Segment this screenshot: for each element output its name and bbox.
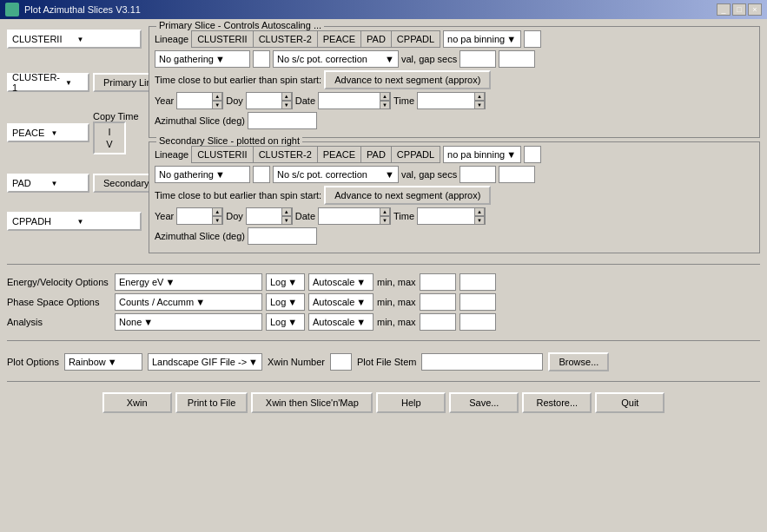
primary-year-down[interactable]: ▼ [212, 101, 222, 109]
copy-time-box[interactable]: IV [93, 122, 126, 154]
restore-button[interactable]: Restore... [522, 392, 592, 413]
secondary-doy-up[interactable]: ▲ [281, 207, 292, 216]
secondary-val-gap-2[interactable]: 60.0 [499, 166, 535, 183]
xwin-slice-button[interactable]: Xwin then Slice'n'Map [251, 392, 373, 413]
secondary-pa-binning[interactable]: no pa binning ▼ [443, 146, 521, 163]
minimize-button[interactable]: _ [717, 3, 731, 16]
xwin-button[interactable]: Xwin [102, 392, 172, 413]
primary-time-spinbox[interactable]: 18:00:00 ▲ ▼ [417, 92, 486, 109]
primary-year-val[interactable]: 2001 [177, 93, 212, 108]
secondary-azimuth-val[interactable]: 0 [248, 227, 317, 245]
cluster2-dropdown[interactable]: CLUSTER-1 ▼ [7, 73, 89, 92]
color-dropdown[interactable]: Rainbow ▼ [64, 353, 142, 371]
secondary-year-val[interactable]: 2001 [177, 208, 212, 224]
primary-tab-clusterii[interactable]: CLUSTERII [191, 30, 253, 48]
secondary-tab-peace[interactable]: PEACE [318, 146, 361, 163]
primary-doy-up[interactable]: ▲ [281, 92, 292, 101]
secondary-year-spinbox[interactable]: 2001 ▲ ▼ [176, 207, 223, 225]
secondary-time-spinbox[interactable]: 18:00:00 ▲ ▼ [417, 207, 486, 225]
primary-time-val[interactable]: 18:00:00 [418, 93, 474, 108]
energy-min[interactable]: 1 [420, 273, 456, 291]
phase-min[interactable]: 1 [420, 293, 456, 311]
analysis-type-dropdown[interactable]: None ▼ [115, 313, 262, 331]
primary-year-label: Year [155, 95, 174, 106]
primary-pa-binning[interactable]: no pa binning ▼ [443, 30, 521, 48]
secondary-gathering-val[interactable]: 1 [253, 166, 270, 183]
primary-time-up[interactable]: ▲ [474, 92, 485, 101]
primary-year-up[interactable]: ▲ [212, 92, 222, 101]
primary-year-spinbox[interactable]: 2001 ▲ ▼ [176, 92, 223, 109]
analysis-min[interactable]: 1 [420, 313, 456, 331]
secondary-time-up[interactable]: ▲ [474, 207, 485, 216]
secondary-lineage-tabs: CLUSTERII CLUSTER-2 PEACE PAD CPPADL [191, 146, 440, 163]
secondary-sc-correction[interactable]: No s/c pot. correction ▼ [273, 166, 399, 183]
cluster4-dropdown[interactable]: PAD ▼ [7, 174, 89, 193]
primary-doy-down[interactable]: ▼ [281, 101, 292, 109]
secondary-pa-val[interactable]: 3 [524, 146, 541, 163]
energy-autoscale-dropdown[interactable]: Autoscale ▼ [308, 273, 374, 291]
browse-button[interactable]: Browse... [548, 352, 609, 371]
primary-tab-peace[interactable]: PEACE [318, 30, 361, 48]
analysis-autoscale-dropdown[interactable]: Autoscale ▼ [308, 313, 374, 331]
secondary-year-down[interactable]: ▼ [212, 216, 222, 225]
phase-autoscale-dropdown[interactable]: Autoscale ▼ [308, 293, 374, 311]
phase-type-dropdown[interactable]: Counts / Accumm ▼ [115, 293, 262, 311]
maximize-button[interactable]: □ [732, 3, 746, 16]
close-button[interactable]: × [748, 3, 762, 16]
primary-pa-val[interactable]: 3 [524, 30, 541, 48]
primary-tab-cluster2[interactable]: CLUSTER-2 [254, 30, 318, 48]
stem-val[interactable]: plotaz_plot [421, 353, 543, 371]
help-button[interactable]: Help [376, 392, 446, 413]
primary-time-down[interactable]: ▼ [474, 101, 485, 109]
secondary-doy-val[interactable]: 90 [247, 208, 281, 224]
analysis-scale-dropdown[interactable]: Log ▼ [266, 313, 305, 331]
phase-scale-dropdown[interactable]: Log ▼ [266, 293, 305, 311]
primary-doy-spinbox[interactable]: 90 ▲ ▼ [246, 92, 293, 109]
phase-scale-arrow: ▼ [288, 297, 297, 307]
file-type-dropdown[interactable]: Landscape GIF File -> ▼ [148, 353, 262, 371]
secondary-year-up[interactable]: ▲ [212, 207, 222, 216]
secondary-date-up[interactable]: ▲ [380, 207, 390, 216]
primary-val-gap-1[interactable]: 0.0 [460, 50, 496, 68]
secondary-val-gap-1[interactable]: 0.0 [460, 166, 496, 183]
primary-tab-pad[interactable]: PAD [361, 30, 392, 48]
secondary-doy-down[interactable]: ▼ [281, 216, 292, 225]
primary-advance-btn[interactable]: Advance to next segment (approx) [324, 70, 491, 89]
secondary-gathering[interactable]: No gathering ▼ [155, 166, 250, 183]
primary-sc-correction[interactable]: No s/c pot. correction ▼ [273, 50, 399, 68]
xwin-val[interactable]: 3 [330, 353, 352, 371]
secondary-doy-spinbox[interactable]: 90 ▲ ▼ [246, 207, 293, 225]
secondary-gathering-arrow: ▼ [215, 169, 225, 180]
primary-date-val[interactable]: 2001/03/31 [319, 93, 380, 108]
primary-gathering-val[interactable]: 1 [253, 50, 270, 68]
save-button[interactable]: Save... [449, 392, 519, 413]
primary-val-gap-2[interactable]: 60.0 [499, 50, 535, 68]
analysis-max[interactable]: 10 [460, 313, 496, 331]
secondary-tab-cppadl[interactable]: CPPADL [392, 146, 440, 163]
secondary-date-down[interactable]: ▼ [380, 216, 390, 225]
energy-max[interactable]: 10 [460, 273, 496, 291]
cluster3-dropdown[interactable]: PEACE ▼ [7, 123, 89, 142]
primary-doy-val[interactable]: 90 [247, 93, 281, 108]
primary-date-up[interactable]: ▲ [380, 92, 390, 101]
secondary-time-down[interactable]: ▼ [474, 216, 485, 225]
primary-gathering[interactable]: No gathering ▼ [155, 50, 250, 68]
print-to-file-button[interactable]: Print to File [175, 392, 248, 413]
energy-type-dropdown[interactable]: Energy eV ▼ [115, 273, 262, 291]
cluster1-dropdown[interactable]: CLUSTERII ▼ [7, 30, 142, 49]
primary-date-spinbox[interactable]: 2001/03/31 ▲ ▼ [318, 92, 391, 109]
secondary-advance-btn[interactable]: Advance to next segment (approx) [324, 186, 491, 205]
phase-max[interactable]: 10 [460, 293, 496, 311]
secondary-date-val[interactable]: 2001/03/31 [319, 208, 380, 224]
cluster5-dropdown[interactable]: CPPADH ▼ [7, 212, 142, 231]
secondary-tab-cluster2[interactable]: CLUSTER-2 [254, 146, 318, 163]
quit-button[interactable]: Quit [595, 392, 665, 413]
secondary-date-spinbox[interactable]: 2001/03/31 ▲ ▼ [318, 207, 391, 225]
energy-scale-dropdown[interactable]: Log ▼ [266, 273, 305, 291]
secondary-tab-pad[interactable]: PAD [361, 146, 392, 163]
primary-azimuth-val[interactable]: 0 [248, 112, 317, 129]
secondary-tab-clusterii[interactable]: CLUSTERII [191, 146, 253, 163]
primary-tab-cppadl[interactable]: CPPADL [392, 30, 440, 48]
primary-date-down[interactable]: ▼ [380, 101, 390, 109]
secondary-time-val[interactable]: 18:00:00 [418, 208, 474, 224]
